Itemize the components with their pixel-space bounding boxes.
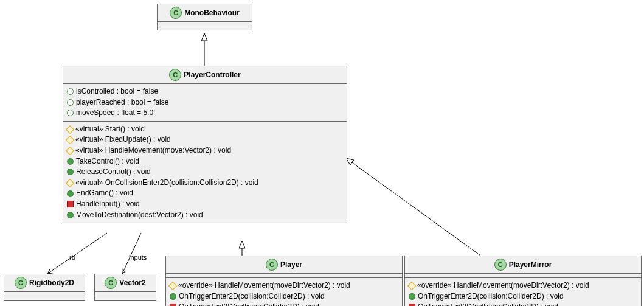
visibility-icon <box>67 110 74 116</box>
class-header: C Vector2 <box>95 274 156 292</box>
class-badge-icon: C <box>266 259 278 271</box>
method-row: EndGame() : void <box>67 188 343 199</box>
fields-section <box>166 274 402 278</box>
method-row: «virtual» FixedUpdate() : void <box>67 134 343 145</box>
method-text: «virtual» FixedUpdate() : void <box>75 135 171 145</box>
visibility-icon <box>409 304 415 306</box>
visibility-icon <box>168 282 177 290</box>
fields-section <box>95 292 156 296</box>
method-row: «virtual» OnCollisionEnter2D(collision:C… <box>67 178 343 189</box>
method-row: OnTriggerExit2D(collision:Collider2D) : … <box>170 302 398 306</box>
field-row: playerReached : bool = false <box>67 97 343 108</box>
class-header: C PlayerController <box>63 66 347 84</box>
fields-section <box>405 274 641 278</box>
class-name: Player <box>280 260 302 269</box>
visibility-icon <box>67 88 74 95</box>
field-text: isControlled : bool = false <box>76 87 158 97</box>
visibility-icon <box>170 293 176 300</box>
method-text: ReleaseControl() : void <box>76 167 151 177</box>
visibility-icon <box>407 282 416 290</box>
field-text: playerReached : bool = false <box>76 98 168 108</box>
visibility-icon <box>67 169 74 175</box>
methods-section: «virtual» Start() : void«virtual» FixedU… <box>63 122 347 223</box>
method-text: «virtual» HandleMovement(move:Vector2) :… <box>75 146 231 156</box>
method-row: OnTriggerEnter2D(collision:Collider2D) :… <box>170 291 398 302</box>
field-row: moveSpeed : float = 5.0f <box>67 108 343 119</box>
edge-label-inputs: inputs <box>129 254 147 261</box>
method-text: MoveToDestination(dest:Vector2) : void <box>76 210 203 220</box>
class-playercontroller: C PlayerController isControlled : bool =… <box>63 66 347 223</box>
method-row: «virtual» Start() : void <box>67 124 343 135</box>
method-text: «override» HandleMovement(moveDir:Vector… <box>417 281 589 291</box>
fields-section <box>4 292 85 296</box>
methods-section <box>158 26 252 30</box>
class-badge-icon: C <box>494 259 507 271</box>
class-name: MonoBehaviour <box>184 9 240 17</box>
visibility-icon <box>66 147 74 155</box>
method-text: OnTriggerEnter2D(collision:Collider2D) :… <box>418 292 564 302</box>
class-name: PlayerController <box>184 71 240 79</box>
method-text: «override» HandleMovement(moveDir:Vector… <box>178 281 350 291</box>
visibility-icon <box>67 201 74 207</box>
method-row: «override» HandleMovement(moveDir:Vector… <box>409 280 637 291</box>
class-header: C MonoBehaviour <box>158 4 252 22</box>
method-row: OnTriggerExit2D(collision:Collider2D) : … <box>409 302 637 306</box>
visibility-icon <box>66 178 74 187</box>
method-row: MoveToDestination(dest:Vector2) : void <box>67 210 343 221</box>
class-header: C PlayerMirror <box>405 256 641 274</box>
method-text: «virtual» Start() : void <box>75 125 145 134</box>
method-text: TakeControl() : void <box>76 157 139 167</box>
method-text: «virtual» OnCollisionEnter2D(collision:C… <box>75 178 258 188</box>
methods-section: «override» HandleMovement(moveDir:Vector… <box>166 278 402 306</box>
visibility-icon <box>66 136 74 144</box>
method-text: EndGame() : void <box>76 189 133 198</box>
class-header: C Player <box>166 256 402 274</box>
class-header: C Rigidbody2D <box>4 274 85 292</box>
class-rigidbody2d: C Rigidbody2D <box>4 274 85 301</box>
method-row: TakeControl() : void <box>67 156 343 167</box>
field-row: isControlled : bool = false <box>67 86 343 97</box>
class-badge-icon: C <box>105 277 117 289</box>
method-text: OnTriggerEnter2D(collision:Collider2D) :… <box>179 292 325 302</box>
methods-section <box>4 296 85 300</box>
class-name: Rigidbody2D <box>29 279 74 287</box>
method-row: «override» HandleMovement(moveDir:Vector… <box>170 280 398 291</box>
svg-line-3 <box>47 233 107 274</box>
fields-section: isControlled : bool = falseplayerReached… <box>63 84 347 122</box>
class-badge-icon: C <box>169 69 181 81</box>
svg-line-2 <box>346 158 480 256</box>
visibility-icon <box>67 99 74 106</box>
method-row: «virtual» HandleMovement(move:Vector2) :… <box>67 145 343 156</box>
methods-section <box>95 296 156 300</box>
visibility-icon <box>67 212 74 218</box>
method-row: OnTriggerEnter2D(collision:Collider2D) :… <box>409 291 637 302</box>
method-text: OnTriggerExit2D(collision:Collider2D) : … <box>418 302 558 306</box>
method-row: ReleaseControl() : void <box>67 167 343 178</box>
class-name: PlayerMirror <box>509 260 552 269</box>
class-monobehaviour: C MonoBehaviour <box>157 4 252 30</box>
visibility-icon <box>67 158 74 165</box>
class-name: Vector2 <box>119 279 145 287</box>
edge-label-rb: rb <box>69 254 75 261</box>
class-playermirror: C PlayerMirror «override» HandleMovement… <box>404 256 642 306</box>
method-row: HandleInput() : void <box>67 199 343 210</box>
methods-section: «override» HandleMovement(moveDir:Vector… <box>405 278 641 306</box>
fields-section <box>158 22 252 26</box>
visibility-icon <box>409 293 415 300</box>
field-text: moveSpeed : float = 5.0f <box>76 108 155 118</box>
class-badge-icon: C <box>15 277 27 289</box>
method-text: OnTriggerExit2D(collision:Collider2D) : … <box>179 302 319 306</box>
visibility-icon <box>170 304 176 306</box>
visibility-icon <box>66 125 74 134</box>
method-text: HandleInput() : void <box>76 200 140 209</box>
class-badge-icon: C <box>170 7 182 19</box>
class-vector2: C Vector2 <box>94 274 156 301</box>
class-player: C Player «override» HandleMovement(moveD… <box>165 256 403 306</box>
visibility-icon <box>67 190 74 197</box>
